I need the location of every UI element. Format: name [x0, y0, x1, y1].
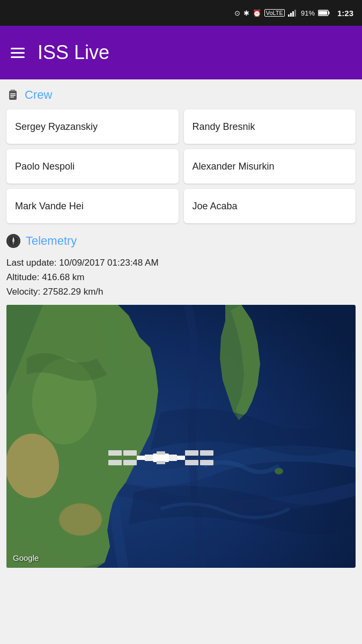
- telemetry-section-header: Telemetry: [6, 234, 356, 248]
- telemetry-altitude: Altitude: 416.68 km: [6, 270, 356, 284]
- telemetry-section-title: Telemetry: [26, 234, 77, 248]
- alarm-icon: ⏰: [253, 9, 261, 17]
- svg-rect-34: [145, 455, 153, 461]
- svg-rect-33: [157, 461, 165, 464]
- crew-name-1: Randy Bresnik: [193, 121, 255, 133]
- block-icon: ⊙: [234, 9, 240, 17]
- svg-rect-32: [157, 451, 165, 455]
- battery-icon: [318, 10, 330, 16]
- svg-rect-5: [328, 12, 329, 14]
- svg-rect-24: [123, 460, 137, 465]
- clipboard-icon: [6, 89, 19, 101]
- crew-card-1[interactable]: Randy Bresnik: [184, 109, 356, 144]
- telemetry-velocity: Velocity: 27582.29 km/h: [6, 284, 356, 299]
- status-bar-icons: ⊙ ✱ ⏰ VoLTE 91%: [234, 9, 330, 17]
- svg-rect-12: [10, 97, 14, 98]
- main-content: Crew Sergey Ryazanskiy Randy Bresnik Pao…: [0, 79, 362, 576]
- hamburger-line-1: [11, 48, 25, 49]
- svg-rect-1: [290, 13, 292, 17]
- status-bar: ⊙ ✱ ⏰ VoLTE 91% 1:23: [0, 0, 362, 26]
- svg-rect-30: [200, 460, 213, 465]
- svg-rect-6: [319, 11, 327, 15]
- crew-card-3[interactable]: Alexander Misurkin: [184, 149, 356, 184]
- svg-rect-9: [11, 90, 15, 91]
- hamburger-line-3: [11, 56, 25, 58]
- google-label: Google: [13, 553, 39, 562]
- menu-button[interactable]: [11, 48, 25, 58]
- svg-rect-26: [108, 460, 122, 465]
- svg-point-19: [6, 434, 59, 498]
- hamburger-line-2: [11, 52, 25, 54]
- svg-rect-35: [169, 455, 177, 461]
- crew-card-4[interactable]: Mark Vande Hei: [6, 189, 179, 223]
- app-bar: ISS Live: [0, 26, 362, 79]
- crew-card-5[interactable]: Joe Acaba: [184, 189, 356, 223]
- svg-point-16: [13, 240, 14, 242]
- crew-name-2: Paolo Nespoli: [15, 161, 75, 172]
- svg-rect-29: [200, 450, 213, 456]
- crew-name-0: Sergey Ryazanskiy: [15, 121, 98, 133]
- bluetooth-icon: ✱: [243, 9, 249, 17]
- map-satellite: [6, 305, 356, 568]
- crew-section-header: Crew: [6, 88, 356, 102]
- crew-card-0[interactable]: Sergey Ryazanskiy: [6, 109, 179, 144]
- telemetry-last-update: Last update: 10/09/2017 01:23:48 AM: [6, 255, 356, 270]
- compass-icon: [6, 234, 20, 248]
- crew-name-4: Mark Vande Hei: [15, 201, 84, 212]
- crew-name-3: Alexander Misurkin: [193, 161, 275, 172]
- svg-rect-25: [108, 450, 122, 456]
- telemetry-data: Last update: 10/09/2017 01:23:48 AM Alti…: [6, 255, 356, 299]
- svg-rect-0: [288, 14, 290, 17]
- signal-icon: [288, 9, 298, 17]
- crew-section-title: Crew: [25, 88, 52, 102]
- svg-point-20: [59, 503, 102, 536]
- telemetry-section: Telemetry Last update: 10/09/2017 01:23:…: [6, 234, 356, 299]
- svg-rect-27: [185, 450, 198, 456]
- crew-card-2[interactable]: Paolo Nespoli: [6, 149, 179, 184]
- volte-badge: VoLTE: [264, 9, 285, 17]
- svg-rect-11: [10, 95, 16, 96]
- svg-rect-2: [292, 11, 294, 17]
- svg-rect-31: [153, 453, 169, 462]
- svg-rect-10: [10, 93, 16, 94]
- svg-rect-3: [294, 10, 296, 17]
- crew-name-5: Joe Acaba: [193, 201, 238, 212]
- svg-rect-28: [185, 460, 198, 465]
- crew-grid: Sergey Ryazanskiy Randy Bresnik Paolo Ne…: [6, 109, 356, 223]
- svg-rect-23: [123, 450, 137, 456]
- app-title: ISS Live: [38, 41, 109, 64]
- status-bar-time: 1:23: [337, 9, 353, 18]
- battery-percent: 91%: [301, 9, 315, 17]
- map-container[interactable]: Google: [6, 305, 356, 568]
